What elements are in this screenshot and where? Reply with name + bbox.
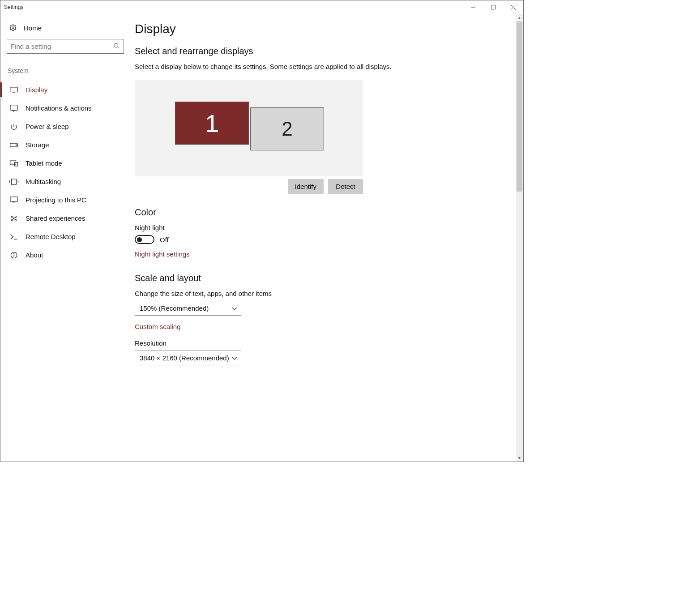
resolution-dropdown[interactable]: 3840 × 2160 (Recommended) (135, 351, 241, 365)
svg-point-11 (16, 145, 17, 145)
sidebar-item-label: About (26, 251, 43, 259)
scale-size-dropdown[interactable]: 150% (Recommended) (135, 301, 241, 316)
sidebar: Home System Display Notifications & acti… (0, 14, 130, 462)
night-light-settings-link[interactable]: Night light settings (135, 250, 190, 258)
home-label: Home (24, 24, 42, 32)
scroll-up-button[interactable]: ▲ (516, 14, 523, 21)
window-body: Home System Display Notifications & acti… (0, 14, 523, 462)
close-button[interactable] (503, 0, 523, 14)
detect-button[interactable]: Detect (328, 179, 363, 194)
vertical-scrollbar[interactable]: ▲ ▼ (516, 14, 523, 462)
scroll-thumb[interactable] (517, 21, 522, 192)
monitor-2[interactable]: 2 (250, 107, 324, 150)
window-title: Settings (4, 4, 23, 10)
notifications-icon (9, 105, 18, 112)
monitor-id: 2 (282, 118, 292, 140)
resolution-label: Resolution (135, 339, 507, 347)
night-light-toggle-row: Off (135, 235, 507, 244)
color-heading: Color (135, 207, 507, 218)
sidebar-item-label: Multitasking (26, 178, 61, 185)
arrange-description: Select a display below to change its set… (135, 63, 507, 70)
maximize-button[interactable] (483, 0, 503, 14)
svg-rect-12 (10, 161, 16, 165)
remote-icon (9, 234, 18, 240)
monitor-id: 1 (205, 109, 219, 138)
sidebar-item-multitasking[interactable]: Multitasking (7, 172, 124, 191)
night-light-state: Off (160, 236, 169, 244)
display-icon (9, 87, 18, 93)
storage-icon (9, 143, 18, 147)
about-icon (9, 252, 18, 259)
search-box[interactable] (7, 39, 124, 54)
sidebar-item-projecting[interactable]: Projecting to this PC (7, 191, 124, 209)
svg-rect-14 (12, 179, 17, 184)
night-light-toggle[interactable] (135, 235, 154, 244)
shared-icon (9, 215, 18, 222)
svg-point-19 (15, 216, 16, 217)
scroll-track[interactable] (516, 21, 523, 454)
scale-size-value: 150% (Recommended) (140, 304, 209, 312)
arrange-buttons: Identify Detect (135, 176, 363, 194)
svg-point-27 (13, 253, 14, 254)
svg-point-18 (11, 216, 13, 217)
arrange-heading: Select and rearrange displays (135, 46, 507, 56)
custom-scaling-link[interactable]: Custom scaling (135, 323, 181, 330)
chevron-down-icon (232, 304, 237, 312)
svg-point-4 (12, 27, 14, 29)
sidebar-item-notifications[interactable]: Notifications & actions (7, 99, 124, 117)
content: Display Select and rearrange displays Se… (130, 14, 516, 462)
sidebar-item-label: Display (26, 86, 47, 94)
window-controls (463, 0, 523, 14)
title-bar: Settings (0, 0, 523, 14)
sidebar-item-label: Notifications & actions (26, 104, 92, 112)
sidebar-item-label: Tablet mode (26, 159, 62, 167)
svg-rect-9 (10, 105, 17, 110)
page-title: Display (135, 22, 507, 36)
sidebar-item-display[interactable]: Display (7, 81, 124, 99)
display-arrangement[interactable]: 1 2 (135, 80, 363, 176)
sidebar-item-label: Shared experiences (26, 214, 85, 222)
sidebar-item-label: Remote Desktop (26, 233, 76, 240)
minimize-button[interactable] (463, 0, 483, 14)
identify-button[interactable]: Identify (288, 179, 324, 194)
monitor-1[interactable]: 1 (175, 102, 249, 145)
search-input[interactable] (10, 42, 113, 51)
scale-size-label: Change the size of text, apps, and other… (135, 290, 507, 297)
sidebar-item-storage[interactable]: Storage (7, 136, 124, 154)
night-light-label: Night light (135, 224, 507, 231)
sidebar-item-label: Power & sleep (26, 123, 69, 130)
sidebar-item-label: Storage (26, 141, 49, 149)
sidebar-item-power[interactable]: Power & sleep (7, 117, 124, 136)
multitasking-icon (9, 179, 18, 185)
sidebar-item-about[interactable]: About (7, 246, 124, 264)
sidebar-item-label: Projecting to this PC (26, 196, 86, 204)
svg-rect-1 (491, 5, 495, 9)
svg-point-21 (15, 219, 16, 221)
home-nav[interactable]: Home (7, 22, 124, 39)
content-wrap: Display Select and rearrange displays Se… (130, 14, 523, 462)
search-icon (113, 43, 120, 51)
svg-rect-17 (10, 197, 17, 201)
sidebar-item-remote[interactable]: Remote Desktop (7, 227, 124, 246)
toggle-knob (137, 237, 142, 242)
tablet-icon (9, 160, 18, 167)
nav-list: Display Notifications & actions Power & … (7, 81, 124, 264)
chevron-down-icon (232, 354, 237, 362)
svg-point-5 (114, 43, 118, 47)
projecting-icon (9, 197, 18, 204)
sidebar-item-tablet[interactable]: Tablet mode (7, 154, 124, 172)
svg-rect-7 (10, 87, 18, 92)
settings-window: Settings Home (0, 0, 524, 462)
svg-point-20 (11, 219, 13, 221)
power-icon (9, 123, 18, 130)
sidebar-item-shared[interactable]: Shared experiences (7, 209, 124, 227)
scale-heading: Scale and layout (135, 273, 507, 283)
gear-icon (9, 24, 17, 32)
scroll-down-button[interactable]: ▼ (516, 454, 523, 462)
resolution-value: 3840 × 2160 (Recommended) (140, 354, 229, 362)
category-header: System (7, 65, 124, 81)
svg-line-6 (117, 47, 119, 48)
